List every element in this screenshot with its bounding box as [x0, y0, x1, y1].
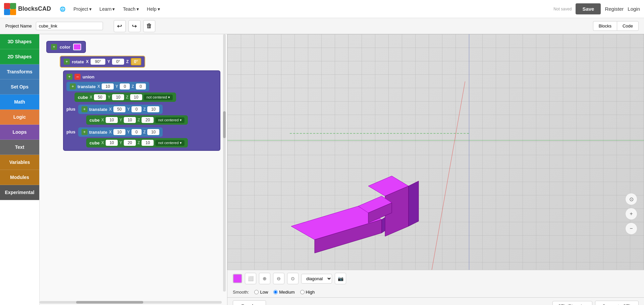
c1-z-input[interactable]: [130, 94, 142, 100]
blocks-view-button[interactable]: Blocks: [593, 21, 617, 31]
logo: BlocksCAD: [4, 3, 51, 15]
sidebar-item-setops[interactable]: Set Ops: [0, 79, 39, 95]
rotate-z-label: Z: [126, 59, 128, 64]
smooth-low-radio[interactable]: [254, 290, 259, 294]
c2-z-label: Z: [138, 118, 140, 122]
zoom-out-2-button[interactable]: ⊖: [273, 273, 284, 284]
t2-z-label: Z: [143, 107, 146, 112]
rotate-expand-button[interactable]: +: [64, 59, 70, 65]
sidebar-item-text[interactable]: Text: [0, 140, 39, 155]
t1-y-input[interactable]: [120, 83, 130, 89]
t2-x-input[interactable]: [113, 106, 125, 112]
sidebar-item-logic[interactable]: Logic: [0, 110, 39, 125]
nav-project[interactable]: Project ▾: [70, 4, 95, 14]
color-expand-button[interactable]: +: [51, 44, 57, 50]
t3-y-label: Y: [127, 130, 130, 134]
sidebar-item-2dshapes[interactable]: 2D Shapes: [0, 49, 39, 64]
nav-learn[interactable]: Learn ▾: [96, 4, 118, 14]
c1-x-input[interactable]: [94, 94, 106, 100]
main: 3D Shapes 2D Shapes Transforms Set Ops M…: [0, 34, 644, 305]
c3-z-input[interactable]: [142, 140, 154, 146]
t2-z-input[interactable]: [147, 106, 159, 112]
home-button[interactable]: ⊙: [287, 273, 299, 284]
screenshot-button[interactable]: 📷: [335, 273, 346, 284]
zoom-in-button[interactable]: +: [625, 208, 637, 220]
t1-x-input[interactable]: [102, 83, 114, 89]
nav-help[interactable]: Help ▾: [144, 4, 163, 14]
nav: 🌐 Project ▾ Learn ▾ Teach ▾ Help ▾: [56, 4, 163, 14]
focus-button[interactable]: ⊙: [625, 193, 637, 205]
t3-y-input[interactable]: [131, 129, 142, 135]
nav-globe[interactable]: 🌐: [56, 4, 69, 14]
delete-button[interactable]: 🗑: [143, 20, 155, 32]
redo-button[interactable]: ↪: [128, 20, 141, 32]
t1-z-input[interactable]: [136, 83, 146, 89]
sidebar-item-variables[interactable]: Variables: [0, 155, 39, 170]
not-centered-btn-1[interactable]: not centered ▾: [144, 95, 173, 100]
stl-format-select[interactable]: STL (Binary) STL (ASCII): [552, 301, 592, 305]
union-expand-button[interactable]: +: [66, 74, 72, 80]
svg-rect-2: [4, 9, 10, 15]
c3-x-input[interactable]: [106, 140, 118, 146]
t3-x-label: X: [109, 130, 112, 134]
register-button[interactable]: Register: [605, 6, 624, 12]
rotate-x-input[interactable]: [91, 59, 105, 65]
zoom-out-button[interactable]: −: [625, 223, 637, 235]
horizontal-scrollbar-thumb[interactable]: [76, 301, 143, 304]
rotate-label: rotate: [72, 59, 84, 64]
sidebar-item-modules[interactable]: Modules: [0, 170, 39, 185]
c2-x-input[interactable]: [106, 117, 118, 123]
c3-y-label: Y: [119, 140, 122, 145]
code-view-button[interactable]: Code: [617, 21, 639, 31]
union-collapse-button[interactable]: −: [74, 74, 80, 80]
smooth-high-option[interactable]: High: [300, 290, 315, 295]
nav-teach[interactable]: Teach ▾: [119, 4, 142, 14]
translate3-expand[interactable]: +: [82, 129, 88, 135]
viewport: ⊙ + − ⬜ ⊕ ⊖ ⊙ diagonal top front side 📷: [227, 34, 644, 305]
render-button[interactable]: Render: [233, 300, 266, 305]
vertical-scrollbar[interactable]: [223, 34, 226, 292]
not-centered-btn-3[interactable]: not centered ▾: [155, 140, 184, 146]
c2-y-label: Y: [119, 118, 122, 122]
sidebar-item-math[interactable]: Math: [0, 95, 39, 110]
rotate-y-input[interactable]: [112, 59, 124, 65]
sidebar-item-experimental[interactable]: Experimental: [0, 185, 39, 200]
not-centered-btn-2[interactable]: not centered ▾: [155, 117, 184, 123]
color-block-row: + color: [46, 41, 220, 53]
smooth-medium-option[interactable]: Medium: [273, 290, 294, 295]
svg-rect-0: [4, 3, 10, 9]
translate1-expand[interactable]: +: [70, 83, 76, 89]
t3-x-input[interactable]: [113, 129, 125, 135]
save-button[interactable]: Save: [576, 3, 601, 14]
c2-z-input[interactable]: [142, 117, 154, 123]
translate2-expand[interactable]: +: [82, 106, 88, 112]
zoom-in-2-button[interactable]: ⊕: [259, 273, 270, 284]
smooth-low-option[interactable]: Low: [254, 290, 268, 295]
color-picker-button[interactable]: [233, 274, 242, 283]
color-swatch[interactable]: [73, 44, 81, 50]
rotate-z-highlight[interactable]: 0°: [131, 58, 141, 65]
login-button[interactable]: Login: [628, 6, 640, 12]
c2-y-input[interactable]: [124, 117, 136, 123]
translate-block-2: + translate X Y Z: [78, 105, 163, 114]
smooth-medium-radio[interactable]: [273, 290, 278, 294]
t1-x-label: X: [97, 84, 100, 89]
view-2d-button[interactable]: ⬜: [245, 273, 256, 284]
c3-y-input[interactable]: [124, 140, 136, 146]
cube-block-2: cube X Y Z not centered ▾: [86, 115, 188, 125]
generate-stl-button[interactable]: Generate STL: [595, 301, 639, 305]
sidebar-item-transforms[interactable]: Transforms: [0, 64, 39, 79]
cube-block-1: cube X Y Z not centered ▾: [74, 93, 176, 102]
project-name-input[interactable]: [36, 22, 103, 30]
diagonal-select[interactable]: diagonal top front side: [301, 274, 332, 284]
c1-y-input[interactable]: [112, 94, 124, 100]
sidebar-item-loops[interactable]: Loops: [0, 125, 39, 140]
smooth-high-label: High: [306, 290, 315, 295]
smooth-high-radio[interactable]: [300, 290, 305, 294]
sidebar-item-3dshapes[interactable]: 3D Shapes: [0, 34, 39, 49]
undo-button[interactable]: ↩: [114, 20, 126, 32]
horizontal-scrollbar[interactable]: [40, 301, 222, 304]
t2-y-input[interactable]: [131, 106, 142, 112]
vertical-scrollbar-thumb[interactable]: [223, 111, 226, 138]
t3-z-input[interactable]: [147, 129, 159, 135]
